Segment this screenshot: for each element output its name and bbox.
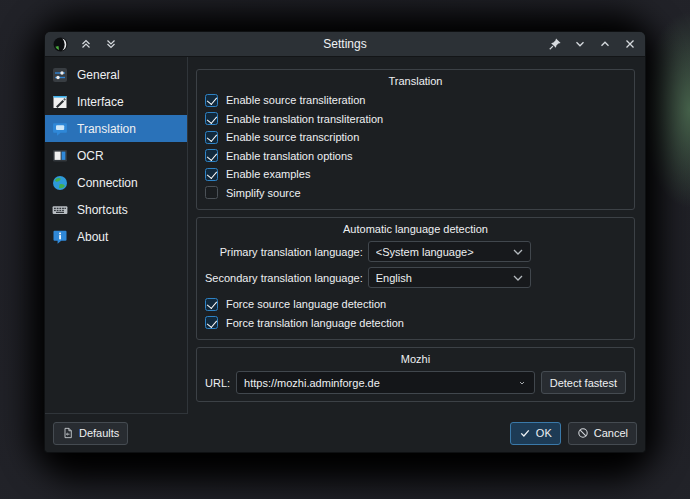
document-revert-icon — [62, 427, 74, 439]
group-translation: Translation Enable source transliteratio… — [196, 69, 635, 210]
checkbox[interactable] — [205, 149, 218, 162]
detect-fastest-button[interactable]: Detect fastest — [541, 371, 626, 394]
group-mozhi: Mozhi URL: https://mozhi.adminforge.de D… — [196, 347, 635, 402]
checkbox[interactable] — [205, 186, 218, 199]
sidebar-item-label: OCR — [77, 149, 104, 163]
checkbox-row: Enable translation transliteration — [205, 110, 626, 129]
close-icon[interactable] — [622, 37, 637, 52]
checkbox-row: Force translation language detection — [205, 314, 626, 333]
checkbox-label: Enable translation transliteration — [226, 113, 383, 125]
checkbox-row: Enable source transcription — [205, 128, 626, 147]
titlebar-left-controls — [53, 37, 118, 52]
sidebar-item-label: About — [77, 230, 108, 244]
language-combobox[interactable]: English — [368, 267, 531, 288]
checkbox-label: Enable examples — [226, 168, 310, 180]
sidebar-item-about[interactable]: About — [45, 223, 187, 250]
checkbox-label: Force translation language detection — [226, 317, 404, 329]
url-value: https://mozhi.adminforge.de — [244, 377, 511, 389]
content-area: GeneralInterfaceTranslationOCRConnection… — [45, 57, 645, 414]
checkbox-row: Enable translation options — [205, 147, 626, 166]
globe-icon — [52, 175, 68, 191]
pin-icon[interactable] — [547, 37, 562, 52]
checkbox-label: Enable translation options — [226, 150, 353, 162]
checkbox-label: Enable source transliteration — [226, 94, 365, 106]
sidebar-item-general[interactable]: General — [45, 61, 187, 88]
group-title: Translation — [205, 73, 626, 91]
field-label: Primary translation language: — [205, 246, 363, 258]
ok-button[interactable]: OK — [510, 422, 561, 445]
combobox-value: English — [376, 272, 507, 284]
language-field-grid: Primary translation language:<System lan… — [205, 241, 626, 288]
checkbox[interactable] — [205, 168, 218, 181]
settings-window: Settings GeneralInterfaceTranslationOCRC… — [45, 32, 645, 452]
ocr-icon — [52, 148, 68, 164]
chevron-down-icon[interactable] — [572, 37, 587, 52]
checkbox-label: Enable source transcription — [226, 131, 359, 143]
checkbox-label: Simplify source — [226, 187, 301, 199]
checkbox-row: Force source language detection — [205, 295, 626, 314]
chevron-up-icon[interactable] — [597, 37, 612, 52]
language-checkbox-list: Force source language detectionForce tra… — [205, 295, 626, 332]
sidebar-item-label: Translation — [77, 122, 136, 136]
checkbox-row: Enable source transliteration — [205, 91, 626, 110]
dialog-footer: Defaults OK Cancel — [45, 414, 645, 452]
url-label: URL: — [205, 377, 230, 389]
check-icon — [519, 427, 531, 439]
titlebar[interactable]: Settings — [45, 32, 645, 57]
chevron-down-icon — [513, 274, 523, 282]
checkbox[interactable] — [205, 131, 218, 144]
url-combobox[interactable]: https://mozhi.adminforge.de — [236, 371, 535, 394]
defaults-button[interactable]: Defaults — [53, 422, 128, 445]
combobox-value: <System language> — [376, 246, 507, 258]
url-row: URL: https://mozhi.adminforge.de Detect … — [205, 371, 626, 394]
cancel-icon — [577, 427, 589, 439]
titlebar-right-controls — [547, 37, 637, 52]
checkbox[interactable] — [205, 298, 218, 311]
group-language-detection: Automatic language detection Primary tra… — [196, 217, 635, 340]
checkbox[interactable] — [205, 316, 218, 329]
chevron-down-icon — [517, 379, 527, 387]
app-icon[interactable] — [53, 37, 68, 52]
language-combobox[interactable]: <System language> — [368, 241, 531, 262]
sidebar-item-label: Connection — [77, 176, 138, 190]
double-chevron-up-icon[interactable] — [78, 37, 93, 52]
settings-sidebar: GeneralInterfaceTranslationOCRConnection… — [45, 57, 188, 414]
pencil-icon — [52, 94, 68, 110]
field-label: Secondary translation language: — [205, 272, 363, 284]
group-title: Automatic language detection — [205, 221, 626, 239]
cancel-button[interactable]: Cancel — [568, 422, 637, 445]
checkbox-label: Force source language detection — [226, 298, 386, 310]
sidebar-item-translation[interactable]: Translation — [45, 115, 187, 142]
checkbox-row: Enable examples — [205, 165, 626, 184]
info-bubble-icon — [52, 229, 68, 245]
settings-panel: Translation Enable source transliteratio… — [188, 57, 645, 414]
checkbox[interactable] — [205, 94, 218, 107]
group-title: Mozhi — [205, 351, 626, 369]
chevron-down-icon — [513, 248, 523, 256]
sidebar-item-shortcuts[interactable]: Shortcuts — [45, 196, 187, 223]
keyboard-icon — [52, 202, 68, 218]
checkbox[interactable] — [205, 112, 218, 125]
sidebar-item-label: Shortcuts — [77, 203, 128, 217]
sidebar-item-ocr[interactable]: OCR — [45, 142, 187, 169]
sidebar-item-label: Interface — [77, 95, 124, 109]
checkbox-row: Simplify source — [205, 184, 626, 203]
sidebar-item-label: General — [77, 68, 120, 82]
double-chevron-down-icon[interactable] — [103, 37, 118, 52]
sidebar-item-interface[interactable]: Interface — [45, 88, 187, 115]
sliders-icon — [52, 67, 68, 83]
sidebar-item-connection[interactable]: Connection — [45, 169, 187, 196]
speech-bubble-icon — [52, 121, 68, 137]
translation-checkbox-list: Enable source transliterationEnable tran… — [205, 91, 626, 202]
